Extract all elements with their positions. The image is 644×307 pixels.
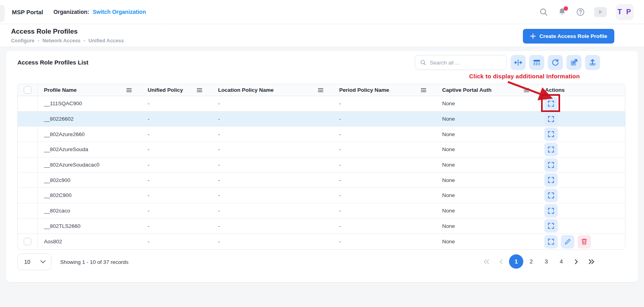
expand-row-button[interactable] — [544, 189, 558, 202]
cell-profile-name: __802c900 — [38, 177, 141, 183]
previous-page-button[interactable] — [494, 254, 508, 269]
cell-location-policy: - — [212, 131, 333, 137]
select-all-checkbox[interactable] — [24, 86, 31, 94]
cell-unified-policy: - — [141, 116, 212, 122]
row-checkbox[interactable] — [24, 238, 31, 245]
expand-row-button[interactable] — [544, 219, 558, 233]
cell-period-policy: - — [333, 177, 436, 183]
expand-row-button[interactable] — [544, 127, 558, 141]
cell-period-policy: - — [333, 100, 436, 106]
access-role-profiles-table: Profile Name Unified Policy Location Pol… — [17, 84, 625, 250]
first-page-button[interactable] — [479, 254, 493, 269]
expand-row-button[interactable] — [544, 112, 558, 126]
search-input[interactable] — [430, 60, 502, 66]
cell-location-policy: - — [212, 146, 333, 152]
cell-captive-portal: None — [436, 146, 539, 152]
cell-profile-name: __802AzureSouda — [38, 146, 141, 152]
table-row: __802caco - - - None — [18, 203, 625, 219]
top-bar: MSP Portal Organization: Switch Organiza… — [0, 0, 644, 24]
records-summary: Showing 1 - 10 of 37 records — [60, 259, 129, 265]
cell-captive-portal: None — [436, 116, 539, 122]
cell-captive-portal: None — [436, 192, 539, 198]
table-row: __80226602 - - - None — [18, 112, 625, 127]
page-button-4[interactable]: 4 — [554, 254, 568, 269]
table-header-row: Profile Name Unified Policy Location Pol… — [18, 84, 625, 96]
expand-row-button[interactable] — [544, 158, 558, 172]
column-menu-icon[interactable] — [524, 88, 529, 93]
cell-location-policy: - — [212, 177, 333, 183]
cell-period-policy: - — [333, 131, 436, 137]
export-button[interactable] — [585, 55, 600, 70]
organization-switcher: Organization: Switch Organization — [53, 9, 146, 15]
table-search[interactable] — [415, 55, 507, 70]
column-period-policy: Period Policy Name — [339, 87, 389, 93]
breadcrumb-item-unified-access[interactable]: Unified Access — [89, 38, 124, 44]
cell-profile-name: __802AzureSoudacac0 — [38, 162, 141, 168]
table-row: __802TLS2660 - - - None — [18, 219, 625, 234]
column-menu-icon[interactable] — [318, 88, 323, 93]
sidebar-edge — [0, 5, 5, 22]
expand-row-button[interactable] — [544, 204, 558, 218]
cell-period-policy: - — [333, 162, 436, 168]
refresh-button[interactable] — [548, 55, 563, 70]
cell-location-policy: - — [212, 192, 333, 198]
column-menu-icon[interactable] — [421, 88, 426, 93]
table-row: __802C900 - - - None — [18, 188, 625, 203]
table-toolbar — [511, 55, 600, 70]
breadcrumb-item-configure[interactable]: Configure — [11, 38, 34, 44]
cell-period-policy: - — [333, 223, 436, 229]
column-profile-name: Profile Name — [44, 87, 77, 93]
cell-captive-portal: None — [436, 208, 539, 214]
cell-location-policy: - — [212, 100, 333, 106]
column-location-policy: Location Policy Name — [218, 87, 274, 93]
cell-profile-name: __802caco — [38, 208, 141, 214]
page-button-3[interactable]: 3 — [539, 254, 553, 269]
table-row: __111SQAC900 - - - None — [18, 96, 625, 112]
breadcrumb-item-network-access[interactable]: Network Access — [42, 38, 80, 44]
cell-unified-policy: - — [141, 131, 212, 137]
page-header: Access Role Profiles Configure - Network… — [0, 24, 644, 47]
cell-period-policy: - — [333, 116, 436, 122]
expand-row-button[interactable] — [544, 235, 558, 248]
fit-columns-button[interactable] — [511, 55, 526, 70]
edit-row-button[interactable] — [561, 235, 574, 248]
column-actions: Actions — [545, 87, 565, 93]
cell-captive-portal: None — [436, 177, 539, 183]
column-menu-icon[interactable] — [126, 88, 132, 93]
notification-badge — [564, 6, 568, 11]
cell-location-policy: - — [212, 239, 333, 244]
cell-unified-policy: - — [141, 162, 212, 168]
cell-profile-name: Aos802 — [38, 239, 141, 244]
column-menu-icon[interactable] — [197, 88, 202, 93]
chevron-down-icon — [40, 260, 46, 263]
expand-row-button[interactable] — [544, 97, 558, 110]
expand-row-button[interactable] — [544, 173, 558, 187]
notifications-icon[interactable] — [557, 7, 567, 17]
cell-unified-policy: - — [141, 100, 212, 106]
cell-unified-policy: - — [141, 223, 212, 229]
delete-row-button[interactable] — [578, 235, 591, 248]
brand-title: MSP Portal — [12, 9, 43, 15]
open-external-button[interactable] — [566, 55, 581, 70]
cell-unified-policy: - — [141, 239, 212, 244]
last-page-button[interactable] — [584, 254, 598, 269]
help-icon[interactable] — [576, 8, 585, 17]
table-row: Aos802 - - - None — [18, 234, 625, 249]
cell-location-policy: - — [212, 208, 333, 214]
cell-captive-portal: None — [436, 239, 539, 244]
video-tutorial-icon[interactable] — [594, 7, 607, 17]
pagination: 1 2 3 4 — [479, 254, 598, 269]
switch-organization-link[interactable]: Switch Organization — [93, 9, 146, 15]
page-button-1[interactable]: 1 — [509, 254, 523, 269]
next-page-button[interactable] — [569, 254, 583, 269]
search-icon[interactable] — [539, 8, 548, 17]
create-access-role-profile-button[interactable]: Create Access Role Profile — [523, 29, 614, 44]
cell-location-policy: - — [212, 162, 333, 168]
page-size-select[interactable]: 10 — [17, 254, 51, 270]
cell-profile-name: __802TLS2660 — [38, 223, 141, 229]
columns-button[interactable] — [529, 55, 544, 70]
expand-row-button[interactable] — [544, 143, 558, 156]
cell-captive-portal: None — [436, 162, 539, 168]
page-button-2[interactable]: 2 — [524, 254, 538, 269]
avatar[interactable]: T P — [616, 4, 634, 20]
